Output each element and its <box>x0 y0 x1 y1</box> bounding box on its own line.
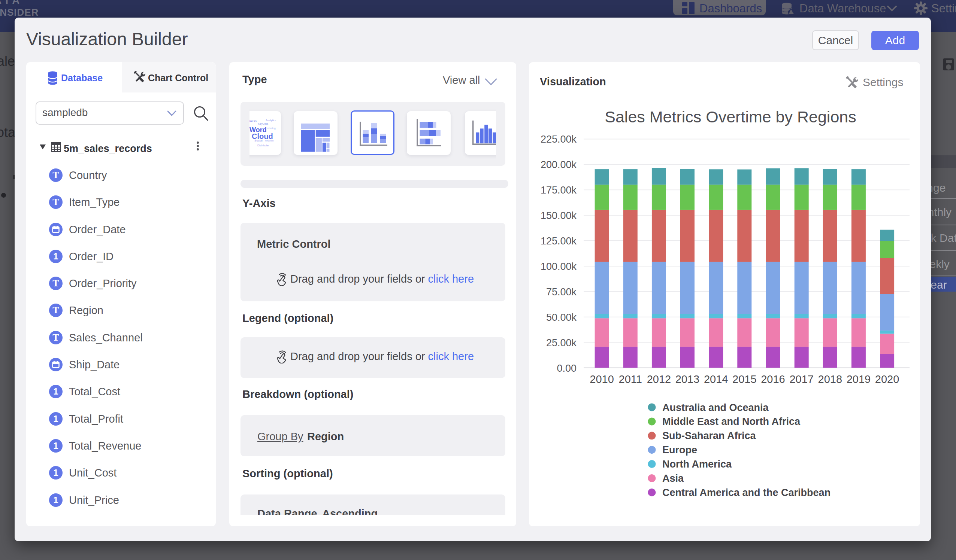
svg-text:2017: 2017 <box>789 373 814 385</box>
svg-text:2016: 2016 <box>761 373 785 385</box>
svg-text:100.00k: 100.00k <box>541 261 577 272</box>
svg-text:North America: North America <box>662 458 732 470</box>
svg-text:Middle East and North Africa: Middle East and North Africa <box>662 416 800 427</box>
svg-text:0.00: 0.00 <box>557 363 577 374</box>
svg-text:2020: 2020 <box>875 373 899 385</box>
svg-text:Central America and the Caribb: Central America and the Caribbean <box>662 487 830 498</box>
svg-text:Sales Metrics Overtime by Regi: Sales Metrics Overtime by Regions <box>605 108 856 126</box>
svg-text:Australia and Oceania: Australia and Oceania <box>662 402 769 413</box>
svg-text:25.00k: 25.00k <box>546 337 577 348</box>
svg-text:2015: 2015 <box>732 373 757 385</box>
svg-text:150.00k: 150.00k <box>541 210 577 221</box>
svg-text:200.00k: 200.00k <box>541 159 577 170</box>
svg-text:2019: 2019 <box>847 373 871 385</box>
svg-text:75.00k: 75.00k <box>546 286 577 298</box>
svg-text:2012: 2012 <box>647 373 671 385</box>
svg-text:Sub-Saharan Africa: Sub-Saharan Africa <box>662 430 756 441</box>
svg-text:225.00k: 225.00k <box>541 133 577 145</box>
svg-text:2011: 2011 <box>619 373 642 385</box>
svg-text:2013: 2013 <box>675 373 700 385</box>
svg-text:2014: 2014 <box>704 373 728 385</box>
svg-text:125.00k: 125.00k <box>541 235 577 247</box>
svg-text:175.00k: 175.00k <box>541 185 577 196</box>
svg-text:2018: 2018 <box>818 373 843 385</box>
svg-text:2010: 2010 <box>590 373 614 385</box>
svg-text:Europe: Europe <box>662 444 697 456</box>
svg-text:Asia: Asia <box>662 473 684 484</box>
svg-text:50.00k: 50.00k <box>546 312 577 323</box>
